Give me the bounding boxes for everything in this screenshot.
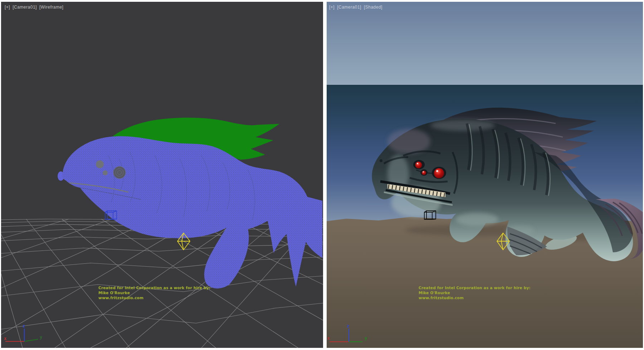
- axis-z-label: z: [23, 324, 25, 329]
- viewport-pov-menu[interactable]: [Camera01]: [13, 5, 37, 10]
- viewport-shading-menu[interactable]: [Wireframe]: [39, 5, 64, 10]
- viewport-label-shaded: [+] [Camera01] [Shaded]: [329, 5, 382, 10]
- axis-x-label: x: [4, 336, 6, 341]
- watermark-text: Created for Intel Corporation as a work …: [98, 285, 210, 300]
- viewport-shaded[interactable]: [+] [Camera01] [Shaded]: [327, 2, 643, 348]
- viewport-shading-menu[interactable]: [Shaded]: [364, 5, 382, 10]
- watermark-text: Created for Intel Corporation as a work …: [419, 285, 531, 300]
- viewport-label-wireframe: [+] [Camera01] [Wireframe]: [5, 5, 63, 10]
- viewport-wireframe[interactable]: [+] [Camera01] [Wireframe]: [1, 2, 323, 348]
- axis-x-label: x: [327, 336, 330, 341]
- axis-y-label: y: [40, 335, 42, 340]
- viewport-general-menu[interactable]: [+]: [329, 5, 335, 10]
- viewport-pov-menu[interactable]: [Camera01]: [337, 5, 361, 10]
- fish-model-wireframe[interactable]: [58, 118, 322, 288]
- world-axis-tripod: x y z: [4, 324, 42, 341]
- axis-z-label: z: [347, 324, 349, 329]
- viewport-general-menu[interactable]: [+]: [5, 5, 10, 10]
- axis-y-label: y: [365, 336, 367, 341]
- fish-body-wireframe[interactable]: [58, 136, 322, 288]
- application-frame: [+] [Camera01] [Wireframe]: [0, 0, 644, 350]
